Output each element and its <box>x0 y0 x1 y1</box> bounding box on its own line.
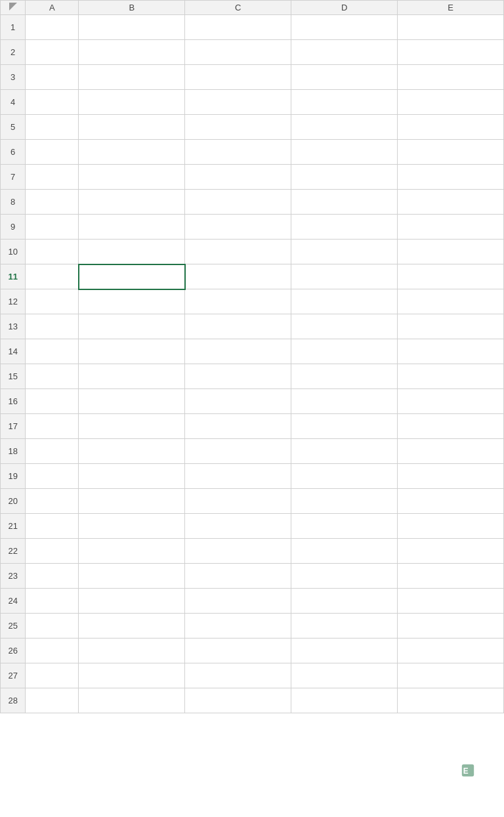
cell-d28[interactable] <box>291 688 398 713</box>
cell-a14[interactable] <box>26 339 79 364</box>
cell-b3[interactable] <box>79 65 185 90</box>
cell-c13[interactable] <box>185 314 291 339</box>
cell-c10[interactable] <box>185 240 291 264</box>
cell-d14[interactable] <box>291 339 398 364</box>
table-row[interactable]: 13 <box>1 314 504 339</box>
cell-a28[interactable] <box>26 688 79 713</box>
cell-b21[interactable] <box>79 514 185 539</box>
cell-d4[interactable] <box>291 90 398 115</box>
row-number-15[interactable]: 15 <box>1 364 26 389</box>
cell-b16[interactable] <box>79 389 185 414</box>
table-row[interactable]: 12 <box>1 289 504 314</box>
row-number-12[interactable]: 12 <box>1 289 26 314</box>
cell-c5[interactable] <box>185 115 291 140</box>
cell-b7[interactable] <box>79 165 185 190</box>
cell-b28[interactable] <box>79 688 185 713</box>
cell-c4[interactable] <box>185 90 291 115</box>
cell-e23[interactable] <box>398 564 504 589</box>
cell-c9[interactable] <box>185 215 291 240</box>
cell-e24[interactable] <box>398 589 504 614</box>
cell-d16[interactable] <box>291 389 398 414</box>
cell-c18[interactable] <box>185 439 291 464</box>
cell-e2[interactable] <box>398 40 504 65</box>
cell-e7[interactable] <box>398 165 504 190</box>
cell-e21[interactable] <box>398 514 504 539</box>
table-row[interactable]: 9 <box>1 215 504 240</box>
cell-b9[interactable] <box>79 215 185 240</box>
cell-d13[interactable] <box>291 314 398 339</box>
cell-a6[interactable] <box>26 140 79 165</box>
cell-d23[interactable] <box>291 564 398 589</box>
row-number-20[interactable]: 20 <box>1 489 26 514</box>
cell-c19[interactable] <box>185 464 291 489</box>
cell-a8[interactable] <box>26 190 79 215</box>
cell-b26[interactable] <box>79 639 185 663</box>
cell-e25[interactable] <box>398 614 504 639</box>
cell-c21[interactable] <box>185 514 291 539</box>
cell-a7[interactable] <box>26 165 79 190</box>
cell-b19[interactable] <box>79 464 185 489</box>
cell-e6[interactable] <box>398 140 504 165</box>
cell-b20[interactable] <box>79 489 185 514</box>
cell-b22[interactable] <box>79 539 185 564</box>
cell-a2[interactable] <box>26 40 79 65</box>
cell-c22[interactable] <box>185 539 291 564</box>
table-row[interactable]: 15 <box>1 364 504 389</box>
table-row[interactable]: 17 <box>1 414 504 439</box>
cell-b14[interactable] <box>79 339 185 364</box>
cell-d2[interactable] <box>291 40 398 65</box>
cell-c3[interactable] <box>185 65 291 90</box>
cell-d25[interactable] <box>291 614 398 639</box>
cell-c24[interactable] <box>185 589 291 614</box>
cell-b23[interactable] <box>79 564 185 589</box>
cell-a5[interactable] <box>26 115 79 140</box>
cell-a12[interactable] <box>26 289 79 314</box>
table-row[interactable]: 7 <box>1 165 504 190</box>
cell-c27[interactable] <box>185 663 291 688</box>
table-row[interactable]: 4 <box>1 90 504 115</box>
cell-c16[interactable] <box>185 389 291 414</box>
cell-a25[interactable] <box>26 614 79 639</box>
cell-e26[interactable] <box>398 639 504 663</box>
table-row[interactable]: 21 <box>1 514 504 539</box>
cell-d11[interactable] <box>291 264 398 289</box>
table-row[interactable]: 20 <box>1 489 504 514</box>
table-row[interactable]: 27 <box>1 663 504 688</box>
cell-d22[interactable] <box>291 539 398 564</box>
cell-c1[interactable] <box>185 15 291 40</box>
col-header-a[interactable]: A <box>26 1 79 15</box>
cell-d17[interactable] <box>291 414 398 439</box>
cell-d1[interactable] <box>291 15 398 40</box>
row-number-19[interactable]: 19 <box>1 464 26 489</box>
row-number-6[interactable]: 6 <box>1 140 26 165</box>
cell-c26[interactable] <box>185 639 291 663</box>
cell-c25[interactable] <box>185 614 291 639</box>
cell-e9[interactable] <box>398 215 504 240</box>
table-row[interactable]: 8 <box>1 190 504 215</box>
cell-a26[interactable] <box>26 639 79 663</box>
cell-a9[interactable] <box>26 215 79 240</box>
cell-b15[interactable] <box>79 364 185 389</box>
row-number-13[interactable]: 13 <box>1 314 26 339</box>
cell-e19[interactable] <box>398 464 504 489</box>
cell-a4[interactable] <box>26 90 79 115</box>
cell-c11[interactable] <box>185 264 291 289</box>
table-row[interactable]: 22 <box>1 539 504 564</box>
cell-e11[interactable] <box>398 264 504 289</box>
cell-a22[interactable] <box>26 539 79 564</box>
cell-c17[interactable] <box>185 414 291 439</box>
cell-d3[interactable] <box>291 65 398 90</box>
cell-a15[interactable] <box>26 364 79 389</box>
cell-d21[interactable] <box>291 514 398 539</box>
cell-d10[interactable] <box>291 240 398 264</box>
cell-d20[interactable] <box>291 489 398 514</box>
cell-e17[interactable] <box>398 414 504 439</box>
cell-b18[interactable] <box>79 439 185 464</box>
cell-b4[interactable] <box>79 90 185 115</box>
cell-d27[interactable] <box>291 663 398 688</box>
row-number-4[interactable]: 4 <box>1 90 26 115</box>
table-row[interactable]: 5 <box>1 115 504 140</box>
cell-c8[interactable] <box>185 190 291 215</box>
cell-a3[interactable] <box>26 65 79 90</box>
table-row[interactable]: 25 <box>1 614 504 639</box>
